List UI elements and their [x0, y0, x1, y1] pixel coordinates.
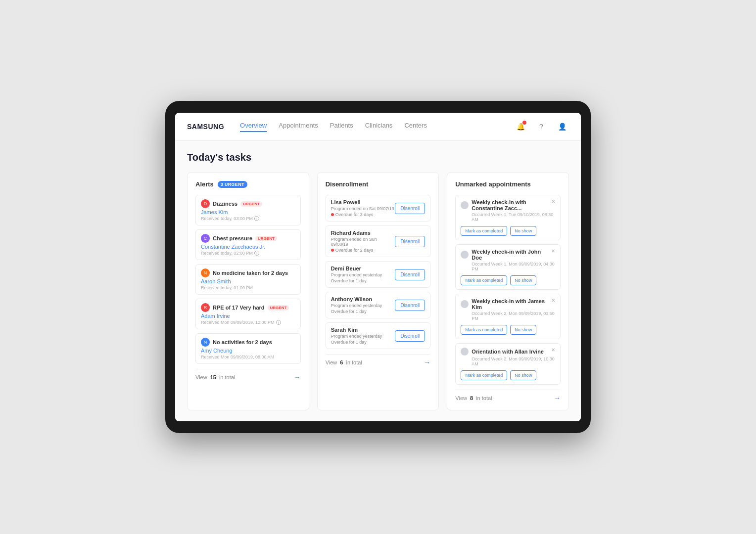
alert-time: Received today, 02:00 PM i — [201, 251, 295, 256]
close-icon[interactable]: ✕ — [551, 249, 555, 254]
close-icon[interactable]: ✕ — [551, 348, 555, 353]
info-icon[interactable]: i — [254, 216, 259, 221]
disenroll-button[interactable]: Disenroll — [395, 236, 425, 247]
tasks-grid: Alerts 3 URGENT D Dizziness URGENT James… — [187, 172, 569, 410]
appt-title-row: Orientation with Allan Irvine — [461, 348, 544, 356]
appt-actions: Mark as completed No show — [461, 275, 555, 285]
alert-item: R RPE of 17 Very hard URGENT Adam Irvine… — [195, 299, 301, 329]
alert-patient[interactable]: Aaron Smith — [201, 278, 295, 284]
patient-name: Demi Beuer — [331, 266, 395, 271]
appt-status-dot — [461, 251, 469, 259]
alerts-footer: View 15 in total → — [195, 369, 301, 381]
alert-header: C Chest pressure URGENT — [201, 234, 295, 243]
alert-title: RPE of 17 Very hard — [213, 305, 265, 311]
close-icon[interactable]: ✕ — [551, 298, 555, 303]
appt-time: Occurred Week 2, Mon 09/09/2019, 03:50 P… — [461, 311, 555, 321]
program-end: Program ended on Sun 09/08/19 — [331, 237, 395, 247]
alerts-title: Alerts — [195, 180, 214, 188]
urgent-label: URGENT — [255, 236, 277, 241]
tablet-screen: SAMSUNG Overview Appointments Patients C… — [175, 113, 581, 421]
appt-header: Weekly check-in with James Kim ✕ — [461, 298, 555, 310]
unmarked-view-arrow[interactable]: → — [554, 394, 561, 402]
disenroll-item: Lisa Powell Program ended on Sat 09/07/1… — [326, 195, 431, 222]
appt-title: Orientation with Allan Irvine — [472, 349, 544, 355]
notification-badge — [522, 121, 526, 125]
nav-appointments[interactable]: Appointments — [279, 122, 318, 132]
disenrollment-header: Disenrollment — [326, 180, 431, 188]
appt-status-dot — [461, 300, 469, 308]
rpe-icon: R — [201, 303, 210, 312]
disenroll-info: Sarah Kim Program ended yesterday Overdu… — [331, 327, 395, 345]
view-in-total: in total — [219, 374, 235, 380]
disenrollment-column: Disenrollment Lisa Powell Program ended … — [317, 172, 439, 410]
close-icon[interactable]: ✕ — [551, 199, 555, 204]
user-button[interactable]: 👤 — [555, 120, 569, 134]
disenroll-button[interactable]: Disenroll — [395, 269, 425, 280]
urgent-label: URGENT — [268, 305, 289, 311]
view-label: View — [195, 374, 207, 380]
alerts-header: Alerts 3 URGENT — [195, 180, 301, 188]
patient-name: Richard Adams — [331, 230, 395, 236]
disenroll-item: Sarah Kim Program ended yesterday Overdu… — [326, 322, 431, 349]
nav-icons: 🔔 ? 👤 — [514, 120, 569, 134]
main-content: Today's tasks Alerts 3 URGENT D Dizzines… — [175, 141, 581, 421]
tablet-frame: SAMSUNG Overview Appointments Patients C… — [165, 101, 591, 433]
no-show-button[interactable]: No show — [510, 226, 536, 236]
patient-name: Sarah Kim — [331, 327, 395, 333]
alert-item: D Dizziness URGENT James Kim Received to… — [195, 195, 301, 225]
help-button[interactable]: ? — [534, 120, 548, 134]
disenroll-button[interactable]: Disenroll — [395, 203, 425, 214]
alert-title: Dizziness — [213, 201, 237, 207]
view-label: View — [455, 395, 467, 401]
nav-overview[interactable]: Overview — [240, 122, 267, 132]
no-show-button[interactable]: No show — [510, 275, 536, 285]
alert-time: Received today, 03:00 PM i — [201, 216, 295, 221]
urgent-label: URGENT — [240, 201, 262, 207]
alert-time: Received Mon 09/09/2019, 12:00 PM i — [201, 320, 295, 325]
disenroll-button[interactable]: Disenroll — [395, 330, 425, 342]
info-icon[interactable]: i — [254, 251, 259, 256]
alert-header: D Dizziness URGENT — [201, 199, 295, 208]
alerts-column: Alerts 3 URGENT D Dizziness URGENT James… — [187, 172, 309, 410]
disenroll-info: Demi Beuer Program ended yesterday Overd… — [331, 266, 395, 283]
no-show-button[interactable]: No show — [510, 370, 536, 380]
appt-actions: Mark as completed No show — [461, 370, 555, 380]
alerts-count: 15 — [210, 374, 216, 380]
appt-header: Weekly check-in with Constantine Zacc...… — [461, 199, 555, 211]
disenrollment-view-arrow[interactable]: → — [424, 358, 430, 366]
mark-completed-button[interactable]: Mark as completed — [461, 275, 507, 285]
disenroll-button[interactable]: Disenroll — [395, 300, 425, 311]
nav-patients[interactable]: Patients — [330, 122, 353, 132]
nav-centers[interactable]: Centers — [404, 122, 427, 132]
appt-actions: Mark as completed No show — [461, 226, 555, 236]
disenroll-info: Lisa Powell Program ended on Sat 09/07/1… — [331, 199, 395, 217]
appt-item: Weekly check-in with Constantine Zacc...… — [455, 195, 561, 240]
patient-name: Anthony Wilson — [331, 296, 395, 302]
info-icon[interactable]: i — [276, 320, 281, 325]
overdue-status: Overdue for 3 days — [331, 212, 395, 217]
appt-time: Occurred Week 1, Tue 09/10/2019, 08:30 A… — [461, 212, 555, 222]
alert-patient[interactable]: Amy Cheung — [201, 348, 295, 354]
mark-completed-button[interactable]: Mark as completed — [461, 325, 507, 335]
disenroll-info: Anthony Wilson Program ended yesterday O… — [331, 296, 395, 314]
alert-patient[interactable]: Adam Irvine — [201, 313, 295, 319]
unmarked-column: Unmarked appointments Weekly check-in wi… — [447, 172, 569, 410]
alert-patient[interactable]: Constantine Zacchaeus Jr. — [201, 244, 295, 250]
alert-title: Chest pressure — [213, 235, 252, 241]
overdue-status: Overdue for 2 days — [331, 248, 395, 253]
dizziness-icon: D — [201, 199, 210, 208]
alert-time: Received Mon 09/09/2019, 08:00 AM — [201, 355, 295, 359]
nav-clinicians[interactable]: Clinicians — [365, 122, 393, 132]
notification-button[interactable]: 🔔 — [514, 120, 527, 134]
mark-completed-button[interactable]: Mark as completed — [461, 226, 507, 236]
alerts-view-arrow[interactable]: → — [294, 373, 301, 381]
appt-item: Orientation with Allan Irvine ✕ Occurred… — [455, 343, 561, 385]
disenroll-item: Demi Beuer Program ended yesterday Overd… — [326, 261, 431, 288]
no-show-button[interactable]: No show — [510, 325, 536, 335]
mark-completed-button[interactable]: Mark as completed — [461, 370, 507, 380]
appt-title-row: Weekly check-in with James Kim — [461, 298, 551, 310]
alert-patient[interactable]: James Kim — [201, 209, 295, 215]
program-end: Program ended on Sat 09/07/19 — [331, 206, 395, 211]
alert-header: N No activities for 2 days — [201, 338, 295, 347]
appt-title: Weekly check-in with James Kim — [472, 298, 551, 310]
